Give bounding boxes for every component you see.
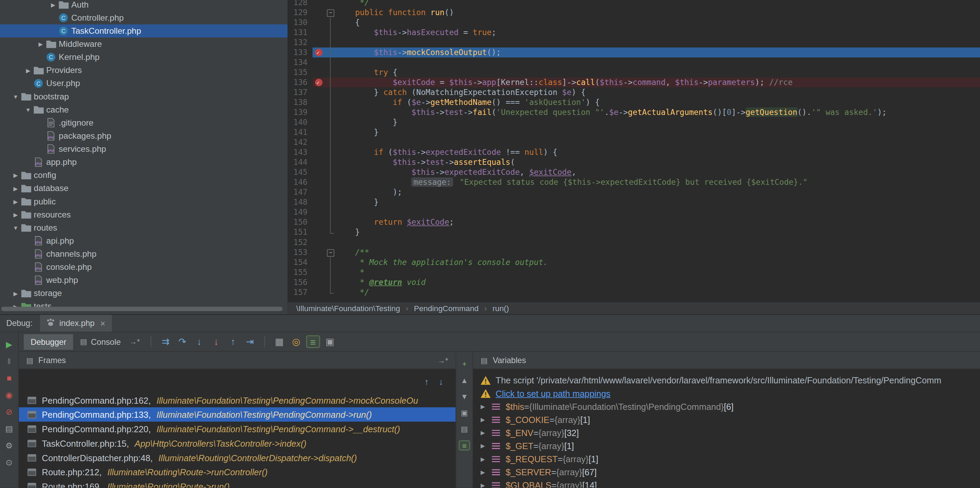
code-line[interactable]: 148 } — [288, 197, 980, 208]
code-line[interactable]: 153 /** — [288, 248, 980, 258]
code-line[interactable]: 139 $this->test->fail('Unexpected questi… — [288, 107, 980, 118]
gutter-cell[interactable] — [313, 248, 325, 258]
hide-frames-icon[interactable]: →* — [438, 356, 448, 364]
code-line[interactable]: 145 $this->expectedExitCode, $exitCode, — [288, 167, 980, 177]
chevron-down-icon[interactable]: ▼ — [10, 225, 21, 231]
tree-item-database[interactable]: ▶database — [0, 182, 288, 195]
tab-debugger[interactable]: Debugger — [24, 334, 73, 349]
tree-item-channels-php[interactable]: phpchannels.php — [0, 248, 288, 261]
breadcrumb-item[interactable]: \Illuminate\Foundation\Testing — [296, 304, 400, 313]
code-line[interactable]: 141 } — [288, 127, 980, 137]
gutter-cell[interactable] — [313, 8, 325, 17]
breadcrumb-item[interactable]: run() — [492, 304, 509, 313]
tree-item-bootstrap[interactable]: ▼bootstrap — [0, 90, 288, 103]
breakpoints-icon[interactable]: ◉ — [3, 390, 15, 400]
tree-item-console-php[interactable]: phpconsole.php — [0, 261, 288, 273]
path-mappings-link[interactable]: Click to set up path mappings — [495, 388, 610, 398]
step-over-icon[interactable]: ↷ — [176, 335, 189, 348]
path-mappings-notice[interactable]: Click to set up path mappings — [473, 387, 980, 400]
tree-item-auth[interactable]: ▶Auth — [0, 0, 288, 11]
code-editor[interactable]: 128 */129 public function run()130 {131 … — [288, 0, 980, 302]
gutter-cell[interactable] — [313, 237, 325, 248]
code-line[interactable]: 136 $exitCode = $this->app[Kernel::class… — [288, 78, 980, 87]
gutter-cell[interactable] — [313, 17, 325, 27]
tree-item-web-php[interactable]: phpweb.php — [0, 273, 288, 287]
gutter-cell[interactable] — [313, 208, 325, 218]
gutter-cell[interactable] — [313, 197, 325, 208]
breakpoint-gutter[interactable] — [313, 48, 325, 57]
fold-marker-icon[interactable] — [325, 8, 336, 17]
mute-breakpoints-icon[interactable]: ⊘ — [3, 407, 15, 417]
chevron-right-icon[interactable]: ▶ — [481, 429, 492, 436]
code-line[interactable]: 147 ); — [288, 188, 980, 197]
chevron-right-icon[interactable]: ▶ — [35, 41, 46, 47]
tree-item-providers[interactable]: ▶Providers — [0, 64, 288, 77]
next-frame-icon[interactable]: ↓ — [439, 377, 443, 387]
gutter-cell[interactable] — [313, 67, 325, 78]
tree-item-public[interactable]: ▶public — [0, 195, 288, 208]
tree-item-resources[interactable]: ▶resources — [0, 208, 288, 221]
code-line[interactable]: 134 — [288, 57, 980, 67]
pin-icon[interactable]: ⊙ — [3, 458, 15, 468]
run-to-cursor-icon[interactable]: ⇥ — [243, 335, 257, 348]
gutter-cell[interactable] — [313, 177, 325, 187]
code-line[interactable]: 146 message: "Expected status code {$thi… — [288, 177, 980, 187]
chevron-right-icon[interactable]: ▶ — [481, 469, 492, 475]
previous-frame-icon[interactable]: ↑ — [424, 377, 429, 387]
code-line[interactable]: 156 * @return void — [288, 277, 980, 288]
frame-row[interactable]: PendingCommand.php:162,Illuminate\Founda… — [19, 393, 455, 407]
force-step-into-icon[interactable]: ↓ — [209, 335, 223, 348]
horizontal-scrollbar[interactable] — [2, 307, 283, 311]
code-line[interactable]: 137 } catch (NoMatchingExpectationExcept… — [288, 87, 980, 97]
breadcrumb-item[interactable]: PendingCommand — [414, 304, 479, 313]
close-icon[interactable]: × — [100, 318, 105, 328]
chevron-right-icon[interactable]: ▶ — [481, 456, 492, 462]
pause-icon[interactable]: ‖ — [3, 356, 15, 367]
copy-icon[interactable]: ▣ — [459, 408, 470, 418]
code-line[interactable]: 151 } — [288, 227, 980, 237]
code-line[interactable]: 149 — [288, 208, 980, 218]
code-line[interactable]: 150 return $exitCode; — [288, 218, 980, 227]
gutter-cell[interactable] — [313, 27, 325, 38]
tree-item-controller-php[interactable]: CController.php — [0, 11, 288, 24]
gutter-cell[interactable] — [313, 97, 325, 107]
scroll-to-end-icon[interactable]: →* — [129, 337, 140, 346]
code-line[interactable]: 154 * Mock the application's console out… — [288, 258, 980, 267]
tree-item-taskcontroller-php[interactable]: CTaskController.php — [0, 24, 288, 38]
variable-row-get[interactable]: ▶$_GET = {array} [1] — [473, 439, 980, 452]
variable-row-env[interactable]: ▶$_ENV = {array} [32] — [473, 426, 980, 439]
tree-item-gitignore[interactable]: .gitignore — [0, 116, 288, 129]
gutter-cell[interactable] — [313, 0, 325, 8]
code-line[interactable]: 142 — [288, 137, 980, 147]
variable-row-globals[interactable]: ▶$GLOBALS = {array} [14] — [473, 478, 980, 488]
settings-icon[interactable]: ⚙ — [3, 441, 15, 451]
tree-item-cache[interactable]: ▼cache — [0, 103, 288, 116]
tree-item-middleware[interactable]: ▶Middleware — [0, 38, 288, 51]
code-line[interactable]: 133 $this->mockConsoleOutput(); — [288, 48, 980, 57]
gutter-cell[interactable] — [313, 147, 325, 157]
chevron-right-icon[interactable]: ▶ — [48, 2, 59, 8]
gutter-cell[interactable] — [313, 258, 325, 267]
code-line[interactable]: 155 * — [288, 267, 980, 277]
gutter-cell[interactable] — [313, 87, 325, 97]
code-line[interactable]: 140 } — [288, 118, 980, 127]
chevron-right-icon[interactable]: ▶ — [10, 172, 21, 178]
gutter-cell[interactable] — [313, 167, 325, 177]
gutter-cell[interactable] — [313, 157, 325, 167]
frame-row[interactable]: ControllerDispatcher.php:48,Illuminate\R… — [19, 450, 455, 465]
tree-item-kernel-php[interactable]: CKernel.php — [0, 51, 288, 64]
frame-row[interactable]: Route.php:212,Illuminate\Routing\Route->… — [19, 464, 455, 479]
chevron-down-icon[interactable]: ▼ — [10, 93, 21, 99]
chevron-right-icon[interactable]: ▶ — [10, 211, 21, 218]
tree-item-packages-php[interactable]: phppackages.php — [0, 129, 288, 143]
frame-row[interactable]: Route.php:169,Illuminate\Routing\Route->… — [19, 479, 455, 488]
gutter-cell[interactable] — [313, 137, 325, 147]
code-line[interactable]: 138 if ($e->getMethodName() === 'askQues… — [288, 97, 980, 107]
view-breakpoints-icon[interactable]: ◎ — [289, 335, 303, 348]
tree-item-services-php[interactable]: phpservices.php — [0, 143, 288, 156]
chevron-right-icon[interactable]: ▶ — [10, 198, 21, 204]
expand-all-icon[interactable]: ▼ — [459, 392, 470, 402]
code-line[interactable]: 135 try { — [288, 67, 980, 78]
tree-item-api-php[interactable]: phpapi.php — [0, 234, 288, 248]
gutter-cell[interactable] — [313, 267, 325, 277]
